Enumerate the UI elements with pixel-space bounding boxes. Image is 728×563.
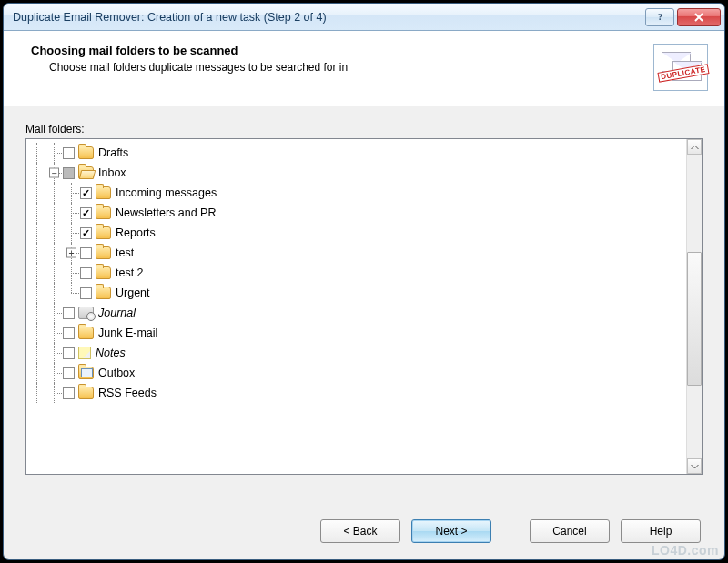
tree-indent <box>28 363 63 383</box>
tree-indent <box>28 203 80 223</box>
tree-indent: − <box>28 163 63 183</box>
tree-node-label: Urgent <box>116 287 150 299</box>
tree-checkbox[interactable] <box>80 267 92 279</box>
notes-icon <box>78 347 91 359</box>
tree-indent <box>28 323 63 343</box>
scroll-up-button[interactable] <box>687 139 702 155</box>
tree-node[interactable]: Newsletters and PR <box>28 203 686 223</box>
folder-icon <box>78 146 94 159</box>
tree-node[interactable]: Incoming messages <box>28 183 686 203</box>
tree-checkbox[interactable] <box>63 327 75 339</box>
wizard-step-description: Choose mail folders duplicate messages t… <box>31 61 642 74</box>
next-button[interactable]: Next > <box>411 519 491 543</box>
tree-node[interactable]: test 2 <box>28 263 686 283</box>
folder-icon <box>96 186 111 199</box>
tree-indent <box>28 283 80 303</box>
folder-icon <box>96 226 111 239</box>
tree-indent <box>28 383 63 403</box>
tree-checkbox[interactable] <box>80 287 92 299</box>
expand-icon[interactable]: + <box>66 248 76 258</box>
tree-node[interactable]: −Inbox <box>28 163 686 183</box>
folder-icon <box>96 266 111 279</box>
tree-node[interactable]: Journal <box>28 303 686 323</box>
tree-checkbox[interactable] <box>80 207 92 219</box>
tree-node-label: Incoming messages <box>116 186 217 199</box>
folder-open-icon <box>78 166 94 179</box>
wizard-body: Mail folders: Drafts−InboxIncoming messa… <box>4 106 724 475</box>
tree-indent <box>28 263 80 283</box>
folder-icon <box>78 327 94 339</box>
button-spacer <box>502 519 519 543</box>
tree-indent <box>28 223 80 243</box>
tree-checkbox[interactable] <box>63 367 75 379</box>
tree-checkbox[interactable] <box>80 227 92 239</box>
journal-icon <box>78 307 94 319</box>
back-button[interactable]: < Back <box>320 519 400 543</box>
chevron-down-icon <box>691 464 699 469</box>
outbox-folder-icon <box>78 367 94 379</box>
tree-indent: + <box>28 243 80 263</box>
mail-folders-tree[interactable]: Drafts−InboxIncoming messagesNewsletters… <box>25 138 703 475</box>
tree-node[interactable]: RSS Feeds <box>28 383 686 403</box>
tree-node-label: test 2 <box>116 266 144 279</box>
wizard-buttons: < Back Next > Cancel Help <box>4 519 724 543</box>
tree-indent <box>28 343 63 363</box>
help-button[interactable]: Help <box>621 519 701 543</box>
mail-folders-label: Mail folders: <box>25 123 703 136</box>
scrollbar-thumb[interactable] <box>687 252 702 386</box>
tree-node[interactable]: Urgent <box>28 283 686 303</box>
tree-node-label: Notes <box>96 347 126 359</box>
tree-checkbox[interactable] <box>80 247 92 259</box>
tree-checkbox[interactable] <box>63 147 75 159</box>
cancel-button[interactable]: Cancel <box>530 519 610 543</box>
wizard-header: Choosing mail folders to be scanned Choo… <box>4 31 724 106</box>
tree-node-label: Reports <box>116 226 156 239</box>
wizard-header-text: Choosing mail folders to be scanned Choo… <box>31 44 642 91</box>
tree-node-label: RSS Feeds <box>98 387 157 399</box>
vertical-scrollbar[interactable] <box>686 139 702 474</box>
tree-content: Drafts−InboxIncoming messagesNewsletters… <box>26 139 686 474</box>
folder-icon <box>96 246 111 259</box>
tree-node[interactable]: Drafts <box>28 143 686 163</box>
wizard-header-icon: DUPLICATE <box>653 44 708 91</box>
tree-node[interactable]: +test <box>28 243 686 263</box>
tree-node-label: Drafts <box>98 146 128 159</box>
dialog-window: Duplicate Email Remover: Creation of a n… <box>3 3 725 560</box>
scrollbar-track[interactable] <box>687 155 702 458</box>
tree-node-label: Newsletters and PR <box>116 206 216 219</box>
tree-checkbox[interactable] <box>63 167 75 179</box>
close-icon <box>693 13 704 22</box>
scroll-down-button[interactable] <box>687 458 702 474</box>
tree-node-label: Junk E-mail <box>98 327 157 339</box>
tree-node-label: Journal <box>98 307 136 319</box>
svg-text:?: ? <box>658 12 662 22</box>
tree-node[interactable]: Outbox <box>28 363 686 383</box>
question-icon: ? <box>655 12 665 22</box>
tree-checkbox[interactable] <box>63 307 75 319</box>
tree-checkbox[interactable] <box>63 347 75 359</box>
folder-icon <box>96 287 111 299</box>
tree-indent <box>28 303 63 323</box>
tree-node-label: Inbox <box>98 166 126 179</box>
tree-checkbox[interactable] <box>63 387 75 399</box>
folder-icon <box>96 206 111 219</box>
window-title: Duplicate Email Remover: Creation of a n… <box>13 11 642 24</box>
folder-icon <box>78 387 94 399</box>
tree-node-label: Outbox <box>98 367 135 379</box>
titlebar: Duplicate Email Remover: Creation of a n… <box>4 4 724 31</box>
help-titlebar-button[interactable]: ? <box>645 8 674 26</box>
tree-node[interactable]: Notes <box>28 343 686 363</box>
wizard-step-title: Choosing mail folders to be scanned <box>31 44 642 57</box>
tree-node-label: test <box>116 246 134 259</box>
tree-indent <box>28 143 63 163</box>
collapse-icon[interactable]: − <box>49 168 59 178</box>
tree-node[interactable]: Reports <box>28 223 686 243</box>
tree-node[interactable]: Junk E-mail <box>28 323 686 343</box>
tree-checkbox[interactable] <box>80 187 92 199</box>
chevron-up-icon <box>691 145 699 150</box>
close-titlebar-button[interactable] <box>677 8 721 26</box>
tree-indent <box>28 183 80 203</box>
